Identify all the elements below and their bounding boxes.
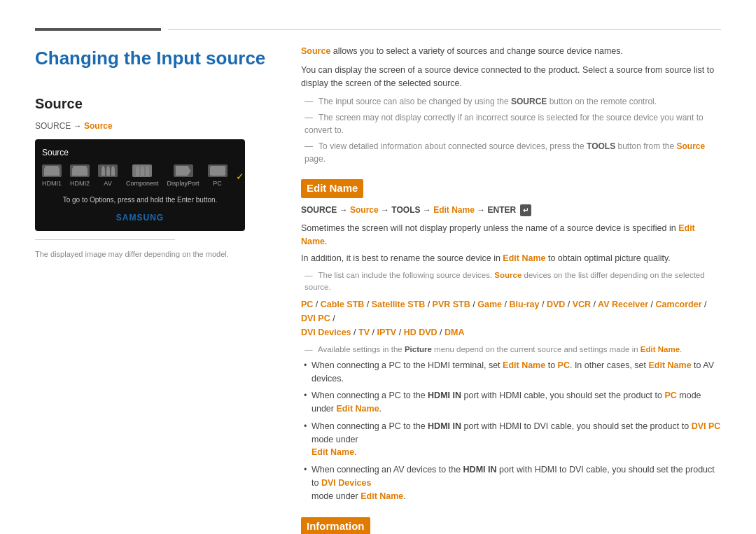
hdmiin-bold-b3: HDMI IN — [428, 421, 461, 431]
edit-name-heading: Edit Name — [301, 179, 363, 198]
bullet4: When connecting an AV devices to the HDM… — [301, 463, 721, 503]
source-icon-hdmi1[interactable]: HDMI1 — [42, 164, 62, 189]
source-icon-component[interactable]: Component — [126, 164, 159, 189]
component-icon — [132, 164, 152, 177]
pc-icon — [208, 164, 227, 177]
source-path: SOURCE → Source — [35, 120, 273, 132]
bullet2: When connecting a PC to the HDMI IN port… — [301, 389, 721, 416]
hdmi2-icon — [70, 164, 90, 177]
accent-bar — [35, 28, 161, 31]
picture-bold: Picture — [405, 345, 432, 353]
source-box-header: Source — [42, 146, 238, 159]
source-bold-note1: SOURCE — [511, 97, 547, 106]
bullet3: When connecting a PC to the HDMI IN port… — [301, 420, 721, 459]
enter-icon-en: ↵ — [520, 204, 531, 216]
page: Changing the Input source Source SOURCE … — [0, 0, 756, 534]
samsung-logo-text: SAMSUNG — [116, 213, 164, 223]
source-box: Source HDMI1 HDMI2 — [35, 139, 245, 231]
pc-shape — [210, 166, 225, 176]
editname-link-inline2[interactable]: Edit Name — [503, 253, 545, 263]
editname-bold-b1: Edit Name — [503, 360, 545, 370]
displayport-label: DisplayPort — [167, 179, 200, 189]
editname-note1: The list can include the following sourc… — [301, 269, 721, 294]
note3: To view detailed information about conne… — [301, 140, 721, 165]
top-divider — [35, 28, 721, 31]
dp-shape — [176, 166, 191, 176]
pc-label: PC — [213, 179, 222, 189]
left-column: Changing the Input source Source SOURCE … — [35, 45, 273, 534]
editname-link[interactable]: Edit Name — [433, 205, 475, 215]
editname-bold-b1b: Edit Name — [649, 360, 692, 370]
source-section-title: Source — [35, 93, 273, 114]
editname-bold-b3: Edit Name — [312, 447, 354, 457]
edit-name-path: SOURCE → Source → TOOLS → Edit Name → EN… — [301, 204, 721, 216]
displayport-icon — [174, 164, 193, 177]
editname-desc2: In addition, it is best to rename the so… — [301, 252, 721, 265]
source-icons-row: HDMI1 HDMI2 AV — [42, 164, 238, 189]
dvidevices-bold-b4[interactable]: DVI Devices — [321, 478, 372, 488]
hdmi2-shape — [72, 166, 88, 176]
device-list: PC / Cable STB / Satellite STB / PVR STB… — [301, 297, 721, 339]
right-column: Source allows you to select a variety of… — [301, 45, 721, 534]
left-divider — [35, 239, 175, 240]
intro-text-2: You can display the screen of a source d… — [301, 64, 721, 90]
source-link-note3[interactable]: Source — [677, 141, 706, 151]
component-label: Component — [126, 179, 159, 189]
editname-bold-b2: Edit Name — [336, 404, 379, 414]
dvipc-bold-b3: DVI PC — [692, 421, 721, 431]
pc-bold-b1: PC — [558, 360, 570, 370]
source-path-link[interactable]: Source — [84, 121, 113, 131]
hdmi1-shape — [44, 166, 59, 176]
samsung-logo: SAMSUNG — [42, 211, 238, 225]
source-bold-note: Source — [494, 271, 522, 279]
av-shape — [102, 166, 115, 176]
source-icon-hdmi2[interactable]: HDMI2 — [70, 164, 90, 189]
content-area: Changing the Input source Source SOURCE … — [35, 45, 721, 534]
page-title: Changing the Input source — [35, 45, 273, 72]
intro-text-1: Source allows you to select a variety of… — [301, 45, 721, 58]
editname-link-note2[interactable]: Edit Name — [640, 345, 680, 353]
source-icon-av[interactable]: AV — [98, 164, 118, 189]
source-link-en[interactable]: Source — [350, 205, 379, 215]
scroll-arrow[interactable]: › — [255, 169, 259, 184]
thin-line — [168, 29, 721, 30]
pc-bold-b2: PC — [664, 391, 676, 400]
hdmiin-bold-b2: HDMI IN — [428, 391, 461, 400]
hdmiin-bold-b4: HDMI IN — [463, 465, 497, 475]
av-icon — [98, 164, 118, 177]
note1: The input source can also be changed by … — [301, 95, 721, 108]
editname-desc1: Sometimes the screen will not display pr… — [301, 222, 721, 248]
note2: The screen may not display correctly if … — [301, 111, 721, 136]
source-icon-displayport[interactable]: DisplayPort — [167, 164, 200, 189]
editname-note2: Available settings in the Picture menu d… — [301, 344, 721, 356]
source-message: To go to Options, press and hold the Ent… — [42, 195, 238, 205]
av-label: AV — [104, 179, 111, 189]
tools-bold: TOOLS — [587, 141, 615, 151]
source-icon-pc[interactable]: PC — [208, 164, 227, 189]
editname-bold-b4: Edit Name — [360, 491, 403, 501]
source-bold: Source — [301, 46, 330, 56]
bullet1: When connecting a PC to the HDMI termina… — [301, 359, 721, 386]
hdmi2-label: HDMI2 — [70, 179, 90, 189]
hdmi1-label: HDMI1 — [42, 179, 62, 189]
model-note: The displayed image may differ depending… — [35, 248, 273, 260]
intro1-post: allows you to select a variety of source… — [330, 46, 623, 56]
component-shape — [136, 166, 149, 176]
editname-link-inline1[interactable]: Edit Name — [301, 223, 695, 246]
hdmi1-icon — [42, 164, 62, 177]
information-heading: Information — [301, 517, 370, 534]
source-path-prefix: SOURCE → — [35, 121, 84, 131]
selected-checkmark: ✓ — [236, 169, 244, 184]
